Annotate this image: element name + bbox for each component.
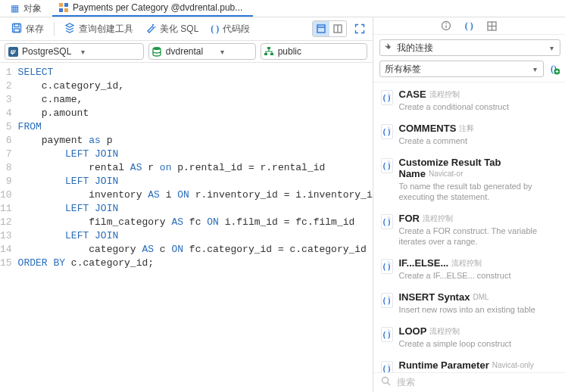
snippet-desc: To name the result tab generated by exec…	[399, 181, 558, 202]
plug-icon	[385, 43, 397, 53]
database-icon	[149, 44, 164, 59]
toolbar-label: 查询创建工具	[79, 23, 133, 36]
grid-tab[interactable]	[485, 19, 498, 33]
query-builder-icon	[64, 23, 75, 36]
snippets-tab[interactable]: ( )	[462, 19, 476, 33]
snippet-item[interactable]: ()FOR流程控制Create a FOR construct. The var…	[373, 208, 566, 253]
snippet-desc: Create a IF...ELSE... construct	[399, 270, 558, 281]
svg-text:𝞧: 𝞧	[11, 48, 16, 56]
beautify-sql-button[interactable]: 美化 SQL	[140, 20, 204, 38]
add-snippet-button[interactable]: ()	[547, 62, 560, 76]
snippet-item[interactable]: ()IF...ELSE...流程控制Create a IF...ELSE... …	[373, 253, 566, 287]
svg-rect-7	[317, 25, 325, 33]
combo-text: dvdrental	[164, 46, 216, 57]
svg-rect-14	[267, 47, 270, 49]
sql-editor[interactable]: 123456789101112131415 SELECT c.category_…	[0, 63, 373, 392]
editor-toolbar: 保存 查询创建工具 美化 SQL ( ) 代码段	[0, 17, 373, 40]
snippet-title: LOOP	[399, 325, 427, 337]
view-code-button[interactable]	[313, 21, 329, 36]
snippet-icon: ()	[381, 90, 393, 105]
schema-select[interactable]: public	[261, 43, 368, 60]
svg-rect-0	[59, 3, 63, 7]
snippet-item[interactable]: ()Runtime ParameterNavicat-only SyntaxRu…	[373, 355, 566, 372]
code-icon: ( )	[211, 23, 219, 35]
dropdown-text: 我的连接	[397, 42, 544, 54]
snippet-desc: Create a conditional construct	[399, 101, 558, 112]
snippet-tag: 注释	[459, 124, 474, 132]
svg-rect-3	[64, 8, 68, 12]
tab-objects[interactable]: ▦ 对象	[3, 0, 52, 17]
snippet-title: COMMENTS	[399, 123, 457, 134]
info-tab[interactable]	[439, 19, 453, 33]
engine-select[interactable]: 𝞧 PostgreSQL ▾	[5, 43, 144, 60]
view-toggle	[312, 20, 347, 37]
code-area[interactable]: SELECT c.category_id, c.name, p.amountFR…	[18, 66, 373, 392]
snippet-item[interactable]: ()CASE流程控制Create a conditional construct	[373, 84, 566, 118]
snippet-desc: Create a comment	[399, 135, 558, 146]
snippet-item[interactable]: ()INSERT SyntaxDMLInsert new rows into a…	[373, 287, 566, 321]
svg-rect-6	[14, 29, 20, 33]
snippet-desc: Create a simple loop construct	[399, 338, 558, 349]
save-button[interactable]: 保存	[6, 20, 49, 38]
snippet-icon: ()	[381, 259, 393, 274]
svg-point-25	[382, 378, 388, 384]
snippet-title: FOR	[399, 213, 420, 224]
snippet-search-row	[373, 372, 566, 392]
snippet-item[interactable]: ()Customize Result Tab NameNavicat-orTo …	[373, 152, 566, 208]
side-panel-tabs: ( )	[373, 17, 566, 35]
dropdown-text: 所有标签	[385, 63, 527, 76]
svg-point-19	[445, 23, 447, 25]
combo-text: PostgreSQL	[20, 46, 76, 57]
snippet-title: Runtime Parameter	[399, 359, 489, 371]
toolbar-label: 代码段	[223, 23, 250, 36]
tab-label: Payments per Category @dvdrental.pub...	[73, 2, 242, 13]
side-panel-controls: 我的连接 ▾ 所有标签 ▾ ()	[373, 35, 566, 82]
snippet-tag: 流程控制	[451, 259, 482, 267]
main-row: 保存 查询创建工具 美化 SQL ( ) 代码段	[0, 17, 565, 392]
expand-button[interactable]	[351, 21, 368, 36]
snippet-tag: 流程控制	[429, 90, 460, 98]
save-icon	[11, 23, 22, 36]
chevron-down-icon: ▾	[216, 48, 229, 56]
snippet-tag: 流程控制	[423, 214, 453, 222]
snippet-icon: ()	[381, 293, 393, 308]
query-builder-button[interactable]: 查询创建工具	[59, 20, 139, 38]
chevron-down-icon: ▾	[526, 65, 543, 73]
snippet-title: INSERT Syntax	[399, 291, 470, 303]
snippet-item[interactable]: ()LOOP流程控制Create a simple loop construct	[373, 321, 566, 355]
snippet-title: CASE	[399, 89, 426, 100]
snippet-item[interactable]: ()COMMENTS注释Create a comment	[373, 118, 566, 152]
query-icon	[58, 2, 69, 13]
connection-bar: 𝞧 PostgreSQL ▾ dvdrental ▾ publi	[0, 40, 373, 63]
snippet-tag: 流程控制	[429, 327, 460, 335]
snippet-icon: ()	[381, 158, 393, 173]
svg-rect-16	[270, 53, 273, 55]
tab-label: 对象	[23, 2, 42, 15]
snippet-icon: ()	[381, 327, 393, 342]
snippet-icon: ()	[381, 214, 393, 229]
snippet-desc: Create a FOR construct. The variable ite…	[399, 226, 558, 247]
code-snippets-button[interactable]: ( ) 代码段	[205, 20, 255, 38]
svg-rect-5	[14, 23, 19, 26]
toolbar-label: 保存	[26, 23, 44, 36]
snippet-search-input[interactable]	[397, 377, 558, 387]
snippet-icon: ()	[381, 361, 393, 372]
combo-text: public	[276, 46, 328, 57]
connection-dropdown[interactable]: 我的连接 ▾	[379, 39, 561, 56]
database-select[interactable]: dvdrental ▾	[148, 43, 256, 60]
chevron-down-icon: ▾	[76, 48, 89, 56]
snippet-tag: Navicat-or	[429, 170, 464, 178]
beautify-icon	[145, 23, 156, 36]
snippet-icon: ()	[381, 124, 393, 139]
snippet-title: IF...ELSE...	[399, 257, 449, 269]
toolbar-label: 美化 SQL	[160, 23, 198, 36]
snippet-desc: Insert new rows into an existing table	[399, 304, 558, 315]
schema-icon	[261, 44, 276, 59]
tags-dropdown[interactable]: 所有标签 ▾	[379, 61, 545, 77]
snippet-tag: DML	[473, 293, 489, 301]
editor-tabs: ▦ 对象 Payments per Category @dvdrental.pu…	[0, 0, 565, 17]
svg-rect-1	[64, 3, 68, 7]
view-split-button[interactable]	[329, 21, 346, 36]
snippet-list: ()CASE流程控制Create a conditional construct…	[373, 82, 566, 372]
tab-query-payments[interactable]: Payments per Category @dvdrental.pub...	[52, 0, 253, 17]
